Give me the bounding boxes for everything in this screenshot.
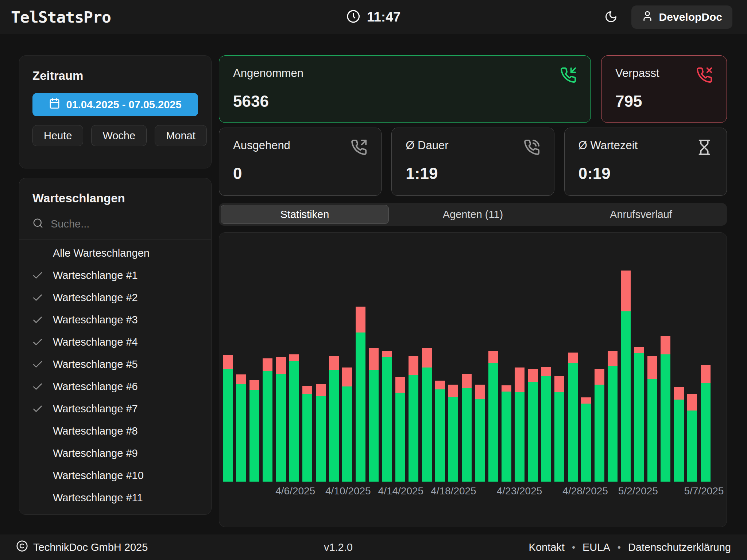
- tab-statistiken[interactable]: Statistiken: [221, 205, 389, 224]
- dot-separator: •: [572, 542, 575, 553]
- queue-item-warteschlange-6[interactable]: Warteschlange #6: [19, 376, 211, 398]
- queue-item-warteschlange-3[interactable]: Warteschlange #3: [19, 309, 211, 331]
- bar-4/1/2025[interactable]: [223, 263, 233, 482]
- bar-4/4/2025[interactable]: [263, 263, 272, 482]
- queue-list: Alle WarteschlangenWarteschlange #1Warte…: [19, 240, 211, 509]
- check-icon: [32, 337, 43, 348]
- app-version: v1.2.0: [148, 541, 529, 553]
- calendar-icon: [49, 98, 60, 112]
- tab-agenten-11[interactable]: Agenten (11): [389, 205, 557, 224]
- queue-item-warteschlange-5[interactable]: Warteschlange #5: [19, 353, 211, 376]
- user-icon: [642, 10, 653, 24]
- user-name: DevelopDoc: [659, 11, 722, 23]
- check-icon-empty: [32, 448, 43, 459]
- bar-4/6/2025[interactable]: [289, 263, 299, 482]
- bar-4/17/2025[interactable]: [435, 263, 445, 482]
- chart-bars: [223, 263, 711, 482]
- bar-4/3/2025[interactable]: [249, 263, 259, 482]
- chart-card: 4/6/20254/10/20254/14/20254/18/20254/23/…: [219, 232, 727, 527]
- queue-item-label: Warteschlange #3: [53, 314, 138, 326]
- copyright-icon: [16, 540, 28, 555]
- footer: TechnikDoc GmbH 2025 v1.2.0 Kontakt•EULA…: [0, 534, 747, 560]
- bar-4/9/2025[interactable]: [329, 263, 339, 482]
- bar-4/19/2025[interactable]: [462, 263, 472, 482]
- check-icon-empty: [32, 425, 43, 437]
- bar-4/14/2025[interactable]: [395, 263, 405, 482]
- app-window: TelStatsPro 11:47 DevelopDoc: [0, 0, 747, 560]
- queue-item-warteschlange-8[interactable]: Warteschlange #8: [19, 420, 211, 442]
- card-verpasst: Verpasst 795: [601, 55, 727, 123]
- bar-5/3/2025[interactable]: [647, 263, 657, 482]
- check-icon-empty: [32, 470, 43, 482]
- bar-4/16/2025[interactable]: [422, 263, 432, 482]
- footer-link-eula[interactable]: EULA: [582, 541, 610, 553]
- bar-4/15/2025[interactable]: [409, 263, 418, 482]
- footer-link-kontakt[interactable]: Kontakt: [529, 541, 565, 553]
- queue-item-warteschlange-11[interactable]: Warteschlange #11: [19, 487, 211, 509]
- bar-4/21/2025[interactable]: [488, 263, 498, 482]
- bar-4/20/2025[interactable]: [475, 263, 485, 482]
- queues-title: Warteschlangen: [19, 191, 211, 205]
- bar-4/10/2025[interactable]: [342, 263, 352, 482]
- bar-4/24/2025[interactable]: [528, 263, 538, 482]
- tab-bar: StatistikenAgenten (11)Anrufsverlauf: [219, 203, 727, 226]
- queue-item-label: Warteschlange #2: [53, 292, 138, 304]
- bar-5/1/2025[interactable]: [621, 263, 631, 482]
- footer-link-datenschutzerkl-rung[interactable]: Datenschutzerklärung: [628, 541, 731, 553]
- bar-5/7/2025[interactable]: [701, 263, 711, 482]
- bar-4/18/2025[interactable]: [448, 263, 458, 482]
- bar-4/23/2025[interactable]: [515, 263, 525, 482]
- app-logo: TelStatsPro: [11, 8, 111, 26]
- bar-5/2/2025[interactable]: [634, 263, 644, 482]
- bar-4/5/2025[interactable]: [276, 263, 286, 482]
- phone-call-icon: [523, 139, 540, 157]
- bar-4/28/2025[interactable]: [581, 263, 591, 482]
- bar-5/6/2025[interactable]: [687, 263, 697, 482]
- card-dauer: Ø Dauer 1:19: [391, 128, 554, 196]
- date-range-label: 01.04.2025 - 07.05.2025: [66, 99, 181, 111]
- stat-label-verpasst: Verpasst: [615, 67, 659, 80]
- tab-anrufsverlauf[interactable]: Anrufsverlauf: [557, 205, 725, 224]
- bar-4/2/2025[interactable]: [236, 263, 246, 482]
- stat-label-dauer: Ø Dauer: [406, 139, 448, 152]
- card-wartezeit: Ø Wartezeit 0:19: [564, 128, 727, 196]
- queue-item-warteschlange-2[interactable]: Warteschlange #2: [19, 287, 211, 309]
- bar-4/11/2025[interactable]: [356, 263, 365, 482]
- queue-search: [19, 218, 211, 240]
- queue-item-warteschlange-4[interactable]: Warteschlange #4: [19, 331, 211, 353]
- bar-4/7/2025[interactable]: [302, 263, 312, 482]
- x-axis-label: 5/2/2025: [618, 485, 658, 497]
- check-icon: [32, 292, 43, 304]
- bar-4/13/2025[interactable]: [382, 263, 392, 482]
- search-input[interactable]: [51, 218, 198, 230]
- bar-4/26/2025[interactable]: [554, 263, 564, 482]
- bar-4/8/2025[interactable]: [316, 263, 326, 482]
- user-menu-button[interactable]: DevelopDoc: [631, 5, 732, 29]
- check-icon: [32, 270, 43, 281]
- bar-4/27/2025[interactable]: [568, 263, 578, 482]
- preset-button-heute[interactable]: Heute: [32, 125, 83, 146]
- x-axis-label: 4/28/2025: [562, 485, 608, 497]
- date-range-button[interactable]: 01.04.2025 - 07.05.2025: [32, 93, 198, 116]
- bar-4/12/2025[interactable]: [369, 263, 379, 482]
- theme-toggle-button[interactable]: [604, 10, 618, 24]
- bar-5/5/2025[interactable]: [674, 263, 684, 482]
- queue-item-warteschlange-10[interactable]: Warteschlange #10: [19, 464, 211, 487]
- bar-4/22/2025[interactable]: [502, 263, 511, 482]
- queue-item-warteschlange-1[interactable]: Warteschlange #1: [19, 264, 211, 287]
- preset-button-woche[interactable]: Woche: [91, 125, 147, 146]
- x-axis-label: 4/10/2025: [325, 485, 371, 497]
- queue-item-warteschlange-9[interactable]: Warteschlange #9: [19, 442, 211, 464]
- bar-4/29/2025[interactable]: [595, 263, 604, 482]
- bar-4/25/2025[interactable]: [541, 263, 551, 482]
- queue-item-alle-warteschlangen[interactable]: Alle Warteschlangen: [19, 242, 211, 264]
- queue-item-warteschlange-7[interactable]: Warteschlange #7: [19, 398, 211, 420]
- stat-label-wartezeit: Ø Wartezeit: [578, 139, 638, 152]
- bar-5/4/2025[interactable]: [661, 263, 670, 482]
- clock-icon: [347, 9, 360, 25]
- preset-button-monat[interactable]: Monat: [155, 125, 207, 146]
- phone-missed-icon: [696, 67, 713, 85]
- queue-item-label: Warteschlange #5: [53, 358, 138, 370]
- bar-4/30/2025[interactable]: [608, 263, 618, 482]
- check-icon-empty: [32, 248, 43, 259]
